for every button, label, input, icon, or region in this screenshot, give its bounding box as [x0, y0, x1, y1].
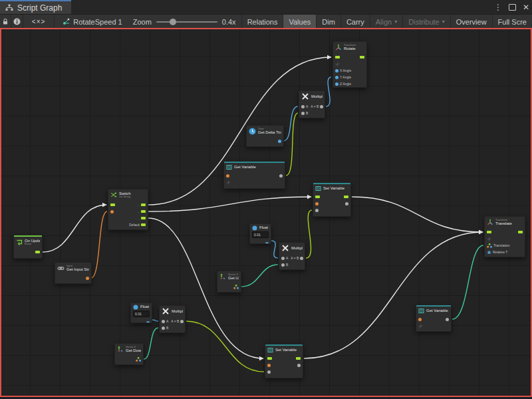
lock-button[interactable]: [0, 15, 11, 29]
vector3-port[interactable]: [233, 285, 239, 289]
orange-value-port[interactable]: [267, 364, 271, 367]
port-label: B: [286, 263, 288, 267]
orange-value-port[interactable]: [226, 174, 229, 178]
exec-port[interactable]: [35, 251, 40, 253]
view-button-dim[interactable]: Dim: [316, 15, 340, 29]
blue-value-port[interactable]: [278, 140, 281, 143]
tab-script-graph[interactable]: Script Graph: [0, 0, 71, 14]
blue-value-port[interactable]: [335, 76, 338, 79]
view-button-overview[interactable]: Overview: [450, 15, 492, 29]
exec-port[interactable]: [518, 231, 523, 233]
exec-port[interactable]: [141, 203, 146, 206]
gray-value-port[interactable]: [281, 257, 285, 260]
multiply-mid-node[interactable]: MultiplyAA × BB: [279, 242, 305, 270]
gray-value-port[interactable]: [320, 105, 323, 108]
window-title-bar: Script Graph ⋮ ✕: [0, 0, 532, 14]
set-variable-bottom-node[interactable]: Set Variable: [265, 344, 303, 378]
node-title: Get Input String: [66, 267, 89, 272]
gray-value-port[interactable]: [297, 364, 301, 367]
port-label: A × B: [291, 256, 299, 260]
lock-icon: [2, 18, 9, 25]
node-title: Set Variable: [323, 186, 344, 191]
port-row: B: [299, 110, 325, 116]
event-icon: [16, 239, 23, 245]
gray-value-port[interactable]: [281, 263, 285, 267]
value-input[interactable]: 0.01: [252, 231, 269, 238]
blue-value-port[interactable]: [146, 321, 150, 324]
close-icon[interactable]: ✕: [523, 3, 529, 12]
vector3-get-up-node[interactable]: Vector 3Get Up: [217, 271, 241, 293]
port-row: Relative T: [485, 249, 525, 255]
gray-value-port[interactable]: [446, 318, 449, 321]
gray-value-port[interactable]: [345, 202, 348, 205]
gray-value-port[interactable]: [267, 370, 271, 374]
graph-canvas[interactable]: [0, 28, 532, 397]
blue-value-port[interactable]: [335, 69, 338, 72]
exec-port[interactable]: [344, 196, 348, 198]
port-row: [416, 316, 451, 323]
exec-port[interactable]: [296, 357, 301, 360]
exec-port[interactable]: [267, 357, 272, 360]
float-icon: [133, 305, 138, 310]
gray-value-port[interactable]: [300, 257, 303, 260]
get-variable-right-node[interactable]: Get Variable: [416, 305, 452, 332]
exec-port[interactable]: [141, 217, 146, 219]
orange-value-port[interactable]: [315, 202, 319, 205]
exec-port[interactable]: [487, 231, 491, 233]
float-icon: [252, 225, 257, 231]
float-bottom-node[interactable]: Float0.01: [130, 303, 152, 323]
orange-value-port[interactable]: [418, 318, 422, 321]
info-button[interactable]: [11, 15, 23, 29]
multiply-top-node[interactable]: MultiplyAA × BB: [299, 90, 325, 118]
node-header: SwitchOn String: [108, 190, 148, 200]
view-button-values[interactable]: Values: [283, 15, 316, 29]
blue-value-port[interactable]: [265, 242, 269, 245]
orange-value-port[interactable]: [86, 277, 89, 280]
multiply-bottom-node[interactable]: MultiplyAA × BB: [159, 305, 186, 333]
set-variable-top-node[interactable]: Set Variable: [313, 182, 351, 217]
transform-rotate-node[interactable]: TransformRotateX AngleY AngleZ Angle: [332, 41, 367, 88]
vector3-port[interactable]: [136, 357, 141, 362]
node-header: Vector 3Get Up: [217, 271, 241, 282]
blue-value-port[interactable]: [335, 82, 338, 86]
exec-port[interactable]: [141, 223, 146, 226]
orange-value-port[interactable]: [110, 210, 114, 213]
vector3-get-down-node[interactable]: Vector 3Get Down: [114, 343, 144, 365]
view-button-carry[interactable]: Carry: [340, 15, 370, 29]
vector3-port[interactable]: [487, 243, 492, 248]
switch-on-string-node[interactable]: SwitchOn String………Default: [108, 189, 148, 230]
gray-value-port[interactable]: [180, 320, 184, 323]
graph-breadcrumb[interactable]: RotateSpeed 1: [55, 15, 128, 29]
gray-value-port[interactable]: [162, 320, 165, 323]
window-menu-icon[interactable]: ⋮: [494, 3, 502, 12]
gray-value-port[interactable]: [315, 209, 319, 212]
gray-value-port[interactable]: [279, 174, 283, 178]
gray-value-port[interactable]: [162, 327, 165, 330]
on-update-node[interactable]: On UpdateEvent: [13, 235, 43, 259]
value-input[interactable]: 0.01: [133, 311, 150, 317]
object-port[interactable]: [487, 250, 491, 255]
gray-value-port[interactable]: [301, 105, 305, 108]
float-top-node[interactable]: Float0.01: [249, 223, 271, 244]
node-header: Get Variable: [224, 163, 285, 171]
view-button-full-scre[interactable]: Full Scre: [492, 15, 532, 29]
get-input-string-node[interactable]: InputGet Input String: [55, 262, 92, 284]
maximize-icon[interactable]: [509, 4, 516, 11]
gray-value-port[interactable]: [301, 112, 305, 115]
zoom-slider[interactable]: [156, 21, 217, 23]
exec-port[interactable]: [141, 210, 146, 213]
view-button-relations[interactable]: Relations: [241, 15, 283, 29]
edit-graph-button[interactable]: <×>: [23, 15, 55, 29]
port-row: B: [279, 261, 305, 268]
gamepad-icon: [57, 265, 65, 271]
port-label: A × B: [171, 319, 179, 323]
exec-port[interactable]: [335, 56, 340, 59]
get-delta-time-node[interactable]: TimeGet Delta Time: [246, 125, 284, 147]
port-row: AA × B: [299, 103, 325, 110]
exec-port[interactable]: [110, 203, 115, 206]
exec-port[interactable]: [315, 196, 320, 198]
get-variable-top-node[interactable]: Get Variable: [223, 161, 285, 189]
zoom-slider-handle[interactable]: [170, 19, 176, 25]
transform-translate-node[interactable]: TransformTranslateTranslationRelative T: [484, 216, 525, 257]
exec-port[interactable]: [360, 56, 364, 59]
